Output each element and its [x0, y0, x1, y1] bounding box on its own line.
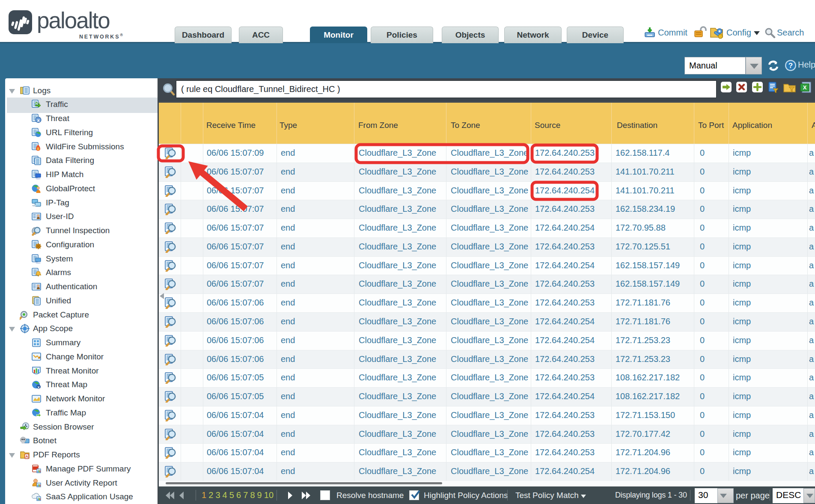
svg-text:?: ?	[788, 62, 793, 70]
svg-text:x: x	[37, 385, 39, 389]
svg-text:A: A	[25, 454, 28, 459]
svg-text:X: X	[803, 84, 807, 91]
svg-text:x: x	[37, 118, 40, 123]
